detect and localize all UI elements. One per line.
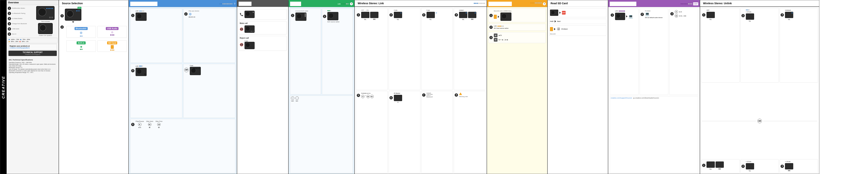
- item-label-4: Charge from Bluetooth: [12, 23, 27, 25]
- wl-s3-content: 3 sec LL ⊛: [427, 9, 437, 20]
- wl-s1-spk1-box: [361, 12, 369, 18]
- step1-leds: [76, 10, 80, 11]
- bt-step5-num: 5: [131, 123, 134, 126]
- mute-btns: M | /I: [251, 30, 254, 32]
- aux-s2-l3: [330, 10, 331, 11]
- bt-prev-control: Skip Prev ⏮ ⏮: [155, 120, 162, 128]
- bt-step2-content: Pair your device ⊛ MUVO 2C: [189, 10, 199, 18]
- usb-led: [110, 34, 114, 35]
- wl-s1-spk2-box: [370, 12, 378, 18]
- led-strip-graphic: [46, 7, 53, 9]
- bluetooth-led-header: [219, 3, 232, 4]
- usb-support-url: creative.com/support/muvo2c: [611, 97, 632, 99]
- bt-s3-grill: [137, 69, 142, 74]
- take-call-btn-icon: M: [253, 11, 254, 13]
- aux-vol-down-label: Vol−: [296, 100, 299, 102]
- usb-s2-desc: PC/MAC: [645, 10, 662, 12]
- wl-step3-row: 3 3 sec LL ⊛: [422, 9, 437, 21]
- step1-content: ON: [65, 9, 82, 23]
- aux-step1: 1 Connect AUX cable: [290, 9, 321, 95]
- speaker-graphic-2: [38, 23, 53, 34]
- unlink-a-s2-ll: LL: [749, 20, 751, 22]
- aux-step1-grill: [297, 14, 302, 19]
- bt-s1-l2: [141, 10, 142, 11]
- unlink-b-s3-num: 3: [780, 165, 784, 168]
- unlink-a-s3-speakers: LL: [785, 12, 793, 20]
- bt-play-btn: ►: [138, 123, 142, 126]
- step2-num: 2: [60, 25, 64, 29]
- aux-step2-content: AUX source active: [328, 10, 340, 23]
- read-hold-label: Hold: [550, 20, 554, 22]
- sd-hdr-l5: [536, 2, 537, 3]
- overview-labels: 1 Multifunction Button 2 1x Bluetooth Pa…: [8, 6, 32, 36]
- bt-play-key: ►/II: [138, 127, 141, 128]
- bt-hdr-led-6: [227, 3, 228, 4]
- aux-led-header: LED ?: [338, 2, 353, 5]
- usb-hdr-l3: [684, 3, 685, 4]
- wl-s2-content: 2 min LL: [394, 9, 402, 20]
- usb-hdr-l8: [691, 3, 692, 4]
- usb-led-label-1: LED: [615, 10, 618, 12]
- unlink-a-s3-spk-box: [785, 12, 793, 18]
- bt-step3-led: LED: [135, 65, 147, 67]
- unlink-or-line-left: [702, 121, 756, 121]
- wl-s4-content: Linked LL: [459, 9, 476, 20]
- usb-hdr-l7: [689, 3, 690, 4]
- btn-2: [51, 17, 53, 18]
- unlink-a-s2-spk-box: [746, 14, 754, 20]
- item-num-3: 3: [8, 17, 11, 20]
- sd-s2-led-label: LED: [494, 25, 497, 27]
- bt-step5: 5 Play/Pause ► ►/II Skip Next ⏭ ⏭: [130, 119, 235, 173]
- aux-option-content: AUX-in ◉: [67, 42, 95, 50]
- unlink-a-s3-spk1: LL: [785, 12, 793, 20]
- wl-step5: 5 Controls on LL M = ⏮ ⏭: [356, 91, 388, 173]
- led-label-3: LED: [135, 65, 138, 67]
- sd-s2-desc: SD Card source active: [494, 27, 508, 29]
- unlink-a-s1-spk1-box: [707, 12, 715, 18]
- unlink-a-s2-speakers: LL: [746, 14, 754, 22]
- led-legend-blue-label: 100% – 75%: [11, 39, 19, 40]
- wl-s3-speakers: LL ⊛: [427, 12, 437, 20]
- unlink-a-s3-l1: [792, 13, 793, 14]
- take-call-content: 📞 M Mute call 📵: [237, 7, 288, 174]
- sd-s1-arrow: [498, 16, 499, 18]
- wl-hdr-l6: [481, 3, 482, 4]
- wl-s5-btn3: ⏭: [370, 95, 374, 98]
- unlink-a-s2-l2: [747, 9, 748, 10]
- usb-s1-leds: LED: [615, 10, 633, 12]
- bt-led-2: [82, 35, 83, 36]
- item-label-6: Aux-in: [12, 33, 17, 35]
- step1-num: 1: [60, 14, 64, 18]
- overview-diagram: 1 Multifunction Button 2 1x Bluetooth Pa…: [7, 5, 59, 74]
- sd-s1-num: 1: [489, 14, 493, 17]
- mute-call-row: 📵 M | /I: [240, 25, 286, 33]
- wl-s2-spk1-box: [394, 12, 402, 18]
- read-off-row: OFF: [550, 9, 566, 17]
- usb-support-row: creative.com/support/muvo2c jp.creative.…: [611, 97, 659, 99]
- bt-step5-controls: Play/Pause ► ►/II Skip Next ⏭ ⏭ Skip Pre…: [135, 120, 162, 128]
- item-label-5: USB Audio: [12, 28, 19, 30]
- unlink-b-s2-spk-box: [746, 163, 754, 169]
- take-call-header: Take call: [237, 1, 288, 7]
- mute-phone-icon: 📵: [240, 27, 243, 31]
- bt-step4: OR 3 sec MUVO 2C: [183, 64, 235, 118]
- wl-step1-row: 1 OFF → ON LL RR: [357, 9, 378, 21]
- wl-hdr-l3: [477, 3, 478, 4]
- source-bt-option: Bluetooth® ⊛: [66, 26, 96, 38]
- wl-s1-num: 1: [357, 13, 360, 17]
- item-num-6: 6: [8, 32, 11, 36]
- tech-support-url: creative.com/support: [10, 53, 55, 55]
- bt-step1: 1 LED: [130, 9, 182, 63]
- read-next-label: Next: [557, 20, 561, 22]
- sd-s2-l3: [500, 26, 501, 27]
- mute-grill: [245, 26, 250, 31]
- wl-s3-spk1-box: [427, 12, 435, 18]
- aux-in-section: Aux-in LED ? 1 Connect AUX cable: [288, 0, 354, 174]
- wl-s5-btn2: ⏮: [367, 95, 370, 98]
- read-off-btn: OFF: [562, 11, 566, 15]
- aux-step1-num: 1: [291, 14, 294, 17]
- step1-led-3: [79, 10, 80, 11]
- usb-label: USB Audio: [106, 27, 119, 30]
- usb-step2: 2 PC/MAC 💻 Set as default audio device: [640, 9, 669, 95]
- bt-hdr-led-8: [230, 3, 231, 4]
